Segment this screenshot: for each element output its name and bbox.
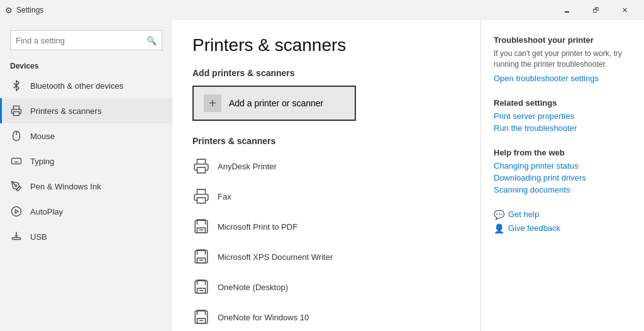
search-input[interactable] <box>16 36 143 45</box>
list-item[interactable]: OneNote for Windows 10 <box>192 302 460 331</box>
get-help-icon: 💬 <box>494 210 504 220</box>
list-item[interactable]: Fax <box>192 181 460 211</box>
list-item[interactable]: OneNote (Desktop) <box>192 272 460 302</box>
bluetooth-label: Bluetooth & other devices <box>30 81 123 91</box>
sidebar-item-printers[interactable]: Printers & scanners <box>0 98 172 123</box>
web-help-section: Help from the web Changing printer statu… <box>494 148 631 194</box>
printers-section-title: Printers & scanners <box>192 136 460 146</box>
help-feedback-section: 💬 Get help 👤 Give feedback <box>494 210 631 233</box>
pen-label: Pen & Windows Ink <box>30 182 101 191</box>
pen-icon <box>10 180 23 193</box>
svg-point-9 <box>15 185 17 187</box>
titlebar-controls: 🗕 🗗 ✕ <box>552 0 639 20</box>
add-printer-button[interactable]: + Add a printer or scanner <box>192 86 356 121</box>
list-item[interactable]: AnyDesk Printer <box>192 151 460 181</box>
troubleshoot-link[interactable]: Open troubleshooter settings <box>494 74 631 83</box>
sidebar-item-autoplay[interactable]: AutoPlay <box>0 199 172 224</box>
svg-rect-13 <box>197 198 206 203</box>
onenote-desktop-label: OneNote (Desktop) <box>218 283 288 292</box>
bluetooth-icon <box>10 79 23 92</box>
close-button[interactable]: ✕ <box>610 0 639 20</box>
page-title: Printers & scanners <box>192 35 460 55</box>
minimize-button[interactable]: 🗕 <box>552 0 581 20</box>
keyboard-icon <box>10 155 23 167</box>
anydesk-printer-label: AnyDesk Printer <box>218 162 277 171</box>
fax-label: Fax <box>218 192 231 201</box>
sidebar-item-typing[interactable]: Typing <box>0 149 172 174</box>
sidebar-item-pen[interactable]: Pen & Windows Ink <box>0 174 172 199</box>
pdf-printer-label: Microsoft Print to PDF <box>218 222 297 232</box>
search-icon: 🔍 <box>147 36 157 45</box>
printer-icon <box>10 104 23 117</box>
related-settings-title: Related settings <box>494 98 631 108</box>
titlebar-title: Settings <box>16 6 43 14</box>
app-container: 🔍 Devices Bluetooth & other devices Prin… <box>0 20 644 331</box>
onenote-win10-label: OneNote for Windows 10 <box>218 313 309 322</box>
settings-icon: ⚙ <box>5 6 13 15</box>
main-content: Printers & scanners Add printers & scann… <box>172 20 480 331</box>
search-box[interactable]: 🔍 <box>10 30 162 50</box>
right-panel: Troubleshoot your printer If you can't g… <box>480 20 644 331</box>
maximize-button[interactable]: 🗗 <box>581 0 610 20</box>
add-printer-label: Add a printer or scanner <box>229 98 323 108</box>
titlebar-left: ⚙ Settings <box>5 6 43 15</box>
print-server-link[interactable]: Print server properties <box>494 111 631 121</box>
list-item[interactable]: Microsoft XPS Document Writer <box>192 242 460 272</box>
add-icon: + <box>204 94 221 112</box>
troubleshoot-section: Troubleshoot your printer If you can't g… <box>494 35 631 83</box>
mouse-icon <box>10 130 23 142</box>
xps-printer-icon <box>192 248 210 266</box>
list-item[interactable]: Microsoft Print to PDF <box>192 211 460 242</box>
typing-label: Typing <box>30 157 54 166</box>
get-help-link[interactable]: Get help <box>508 210 539 219</box>
sidebar-item-mouse[interactable]: Mouse <box>0 123 172 149</box>
usb-label: USB <box>30 232 47 242</box>
fax-icon <box>192 188 210 205</box>
printers-label: Printers & scanners <box>30 106 101 116</box>
downloading-drivers-link[interactable]: Downloading print drivers <box>494 173 631 182</box>
svg-rect-0 <box>14 112 19 116</box>
svg-rect-12 <box>197 167 206 173</box>
pdf-printer-icon <box>192 218 210 235</box>
scanning-docs-link[interactable]: Scanning documents <box>494 185 631 194</box>
titlebar: ⚙ Settings 🗕 🗗 ✕ <box>0 0 644 20</box>
anydesk-printer-icon <box>192 157 210 175</box>
onenote-desktop-icon <box>192 278 210 296</box>
onenote-win10-icon <box>192 308 210 326</box>
svg-point-10 <box>12 207 21 216</box>
usb-icon <box>10 230 23 243</box>
mouse-label: Mouse <box>30 132 55 141</box>
xps-printer-label: Microsoft XPS Document Writer <box>218 252 333 262</box>
sidebar-item-usb[interactable]: USB <box>0 224 172 249</box>
autoplay-icon <box>10 205 23 218</box>
svg-marker-11 <box>16 210 19 213</box>
devices-label: Devices <box>0 55 172 73</box>
sidebar: 🔍 Devices Bluetooth & other devices Prin… <box>0 20 172 331</box>
troubleshoot-title: Troubleshoot your printer <box>494 35 631 45</box>
feedback-icon: 👤 <box>494 223 504 233</box>
sidebar-header: 🔍 <box>0 20 172 55</box>
changing-status-link[interactable]: Changing printer status <box>494 161 631 171</box>
web-help-title: Help from the web <box>494 148 631 157</box>
run-troubleshooter-link[interactable]: Run the troubleshooter <box>494 123 631 133</box>
feedback-link[interactable]: Give feedback <box>508 223 560 233</box>
troubleshoot-desc: If you can't get your printer to work, t… <box>494 48 631 70</box>
autoplay-label: AutoPlay <box>30 207 63 216</box>
sidebar-item-bluetooth[interactable]: Bluetooth & other devices <box>0 73 172 98</box>
related-settings-section: Related settings Print server properties… <box>494 98 631 133</box>
add-section-title: Add printers & scanners <box>192 68 460 78</box>
svg-rect-3 <box>12 159 21 164</box>
